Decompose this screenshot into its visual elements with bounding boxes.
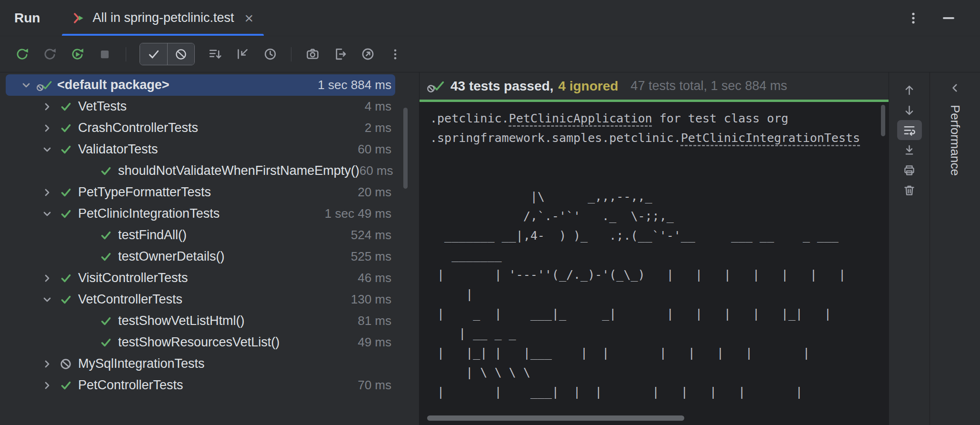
tree-row[interactable]: ValidatorTests60 ms <box>0 139 419 160</box>
right-tool-window-stripe: Performance <box>930 72 980 425</box>
console[interactable]: .petclinic.PetClinicApplication for test… <box>420 102 889 425</box>
tree-row[interactable]: PetControllerTests70 ms <box>0 374 419 396</box>
test-passed-icon <box>56 291 75 308</box>
tree-row[interactable]: <default package>1 sec 884 ms <box>6 74 395 96</box>
run-tool-window: Run All in spring-petclinic.test × <box>0 0 980 425</box>
expand-all-button[interactable] <box>203 44 226 65</box>
console-pane: 43 tests passed, 4 ignored 47 tests tota… <box>419 72 889 425</box>
chevron-down-icon[interactable] <box>38 205 56 223</box>
console-hyperlink[interactable]: PetClinicIntegrationTests <box>681 131 860 145</box>
checkmark-icon <box>147 47 161 61</box>
tree-row[interactable]: PetTypeFormatterTests20 ms <box>0 182 419 203</box>
sort-by-duration-button[interactable] <box>259 44 281 65</box>
tree-row[interactable]: testOwnerDetails()525 ms <box>0 246 419 267</box>
run-tab[interactable]: All in spring-petclinic.test × <box>62 0 264 36</box>
test-passed-icon <box>96 313 115 330</box>
navigate-down-button[interactable] <box>897 100 922 120</box>
test-duration-label: 130 ms <box>351 292 419 307</box>
camera-icon <box>305 47 320 61</box>
test-ignored-icon <box>56 355 75 373</box>
rerun-button[interactable] <box>10 44 33 65</box>
chevron-placeholder <box>78 226 96 244</box>
test-duration-label: 524 ms <box>351 228 419 243</box>
tree-row[interactable]: testShowVetListHtml()81 ms <box>0 310 419 332</box>
chevron-down-icon[interactable] <box>38 291 56 309</box>
chevron-right-icon[interactable] <box>38 183 56 202</box>
chevron-right-icon[interactable] <box>38 269 56 287</box>
console-line: | <box>430 284 889 304</box>
chevron-right-icon[interactable] <box>38 355 56 373</box>
tests-passed-with-ignored-icon <box>35 77 54 94</box>
test-passed-icon <box>96 334 115 351</box>
chevron-down-icon[interactable] <box>38 141 56 159</box>
console-toolbar <box>889 72 930 425</box>
test-name-label: PetControllerTests <box>78 378 183 393</box>
tree-row[interactable]: VetTests4 ms <box>0 96 419 117</box>
circle-slash-icon <box>174 48 188 61</box>
chevron-right-icon[interactable] <box>38 119 56 137</box>
console-horizontal-scrollbar-thumb[interactable] <box>427 415 684 421</box>
arrow-into-corner-icon <box>235 47 250 61</box>
hide-stripe-button[interactable] <box>944 77 967 98</box>
tree-scrollbar-thumb[interactable] <box>403 108 408 189</box>
clear-console-button[interactable] <box>897 180 922 200</box>
minimize-icon <box>943 17 954 19</box>
scroll-to-end-button[interactable] <box>897 140 922 160</box>
tree-row[interactable]: testFindAll()524 ms <box>0 224 419 246</box>
console-hyperlink[interactable]: PetClinicApplication <box>509 111 652 125</box>
console-line: _______ <box>430 245 889 265</box>
test-name-label: VisitControllerTests <box>78 271 188 285</box>
tree-row[interactable]: VisitControllerTests46 ms <box>0 267 419 289</box>
kebab-icon <box>906 11 920 25</box>
test-passed-icon <box>56 98 75 115</box>
test-duration-label: 525 ms <box>351 249 419 264</box>
toolbar-separator <box>126 47 126 61</box>
tree-row[interactable]: VetControllerTests130 ms <box>0 289 419 310</box>
clock-icon <box>263 47 278 61</box>
console-line: _______ __|,4- ) )_ .;.(__`'-'__ ___ __ … <box>430 226 889 245</box>
soft-wrap-toggle[interactable] <box>897 120 922 140</box>
chevron-right-icon[interactable] <box>38 98 56 116</box>
tree-row[interactable]: shouldNotValidateWhenFirstNameEmpty()60 … <box>0 160 419 182</box>
minimize-button[interactable] <box>937 8 960 29</box>
more-actions-button[interactable] <box>384 44 407 65</box>
test-duration-label: 60 ms <box>360 163 419 178</box>
show-passed-toggle[interactable] <box>140 43 167 65</box>
circle-arrow-icon <box>360 47 375 61</box>
rerun-failed-tests-button[interactable] <box>38 44 61 65</box>
show-ignored-toggle[interactable] <box>167 43 194 65</box>
test-summary: 43 tests passed, 4 ignored 47 tests tota… <box>420 72 889 100</box>
test-name-label: VetTests <box>78 99 127 114</box>
printer-icon <box>902 163 916 177</box>
console-line: | __ _ _ <box>430 324 889 343</box>
tree-row[interactable]: PetClinicIntegrationTests1 sec 49 ms <box>0 203 419 224</box>
stop-button[interactable] <box>93 44 116 65</box>
tree-row[interactable]: CrashControllerTests2 ms <box>0 117 419 139</box>
import-test-results-button[interactable] <box>356 44 379 65</box>
tree-row[interactable]: MySqlIntegrationTests <box>0 353 419 374</box>
console-line: | |_| | |___ | | | | | | | <box>430 343 889 363</box>
test-name-label: testOwnerDetails() <box>118 249 225 264</box>
chevron-down-icon[interactable] <box>17 76 35 94</box>
console-vertical-scrollbar-thumb[interactable] <box>881 105 885 136</box>
console-line: |\ _,,,--,,_ <box>430 187 889 206</box>
more-options-button[interactable] <box>902 8 925 29</box>
performance-tab[interactable]: Performance <box>948 105 962 176</box>
stop-icon <box>98 47 112 61</box>
trash-icon <box>902 183 916 197</box>
tree-row[interactable]: testShowResourcesVetList()49 ms <box>0 332 419 353</box>
run-configuration-icon <box>72 12 85 24</box>
export-test-results-button[interactable] <box>329 44 351 65</box>
test-duration-label: 2 ms <box>365 121 419 135</box>
tab-close-button[interactable]: × <box>245 10 254 26</box>
print-button[interactable] <box>897 160 922 180</box>
chevron-right-icon[interactable] <box>38 376 56 395</box>
run-tests-button[interactable] <box>66 44 89 65</box>
toolbar-separator <box>291 47 291 61</box>
snapshot-button[interactable] <box>301 44 324 65</box>
test-tree: <default package>1 sec 884 msVetTests4 m… <box>0 72 419 425</box>
console-line: /,`.-'`' ._ \-;;,_ <box>430 206 889 226</box>
collapse-all-button[interactable] <box>231 44 254 65</box>
navigate-up-button[interactable] <box>897 80 922 100</box>
test-passed-icon <box>96 248 115 265</box>
